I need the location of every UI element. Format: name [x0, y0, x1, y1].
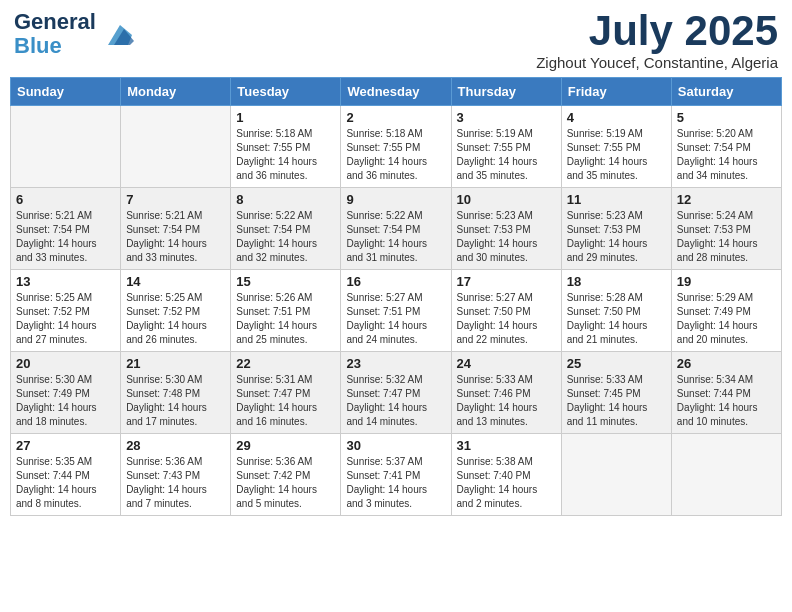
sunrise-text: Sunrise: 5:34 AM	[677, 373, 776, 387]
day-detail: Sunrise: 5:24 AMSunset: 7:53 PMDaylight:…	[677, 209, 776, 265]
sunrise-text: Sunrise: 5:36 AM	[236, 455, 335, 469]
sunrise-text: Sunrise: 5:18 AM	[236, 127, 335, 141]
day-number: 18	[567, 274, 666, 289]
weekday-header-sunday: Sunday	[11, 78, 121, 106]
day-detail: Sunrise: 5:25 AMSunset: 7:52 PMDaylight:…	[16, 291, 115, 347]
sunset-text: Sunset: 7:55 PM	[567, 141, 666, 155]
day-detail: Sunrise: 5:32 AMSunset: 7:47 PMDaylight:…	[346, 373, 445, 429]
daylight-text: Daylight: 14 hours and 7 minutes.	[126, 483, 225, 511]
calendar-cell: 3Sunrise: 5:19 AMSunset: 7:55 PMDaylight…	[451, 106, 561, 188]
day-number: 2	[346, 110, 445, 125]
weekday-header-wednesday: Wednesday	[341, 78, 451, 106]
day-detail: Sunrise: 5:38 AMSunset: 7:40 PMDaylight:…	[457, 455, 556, 511]
day-number: 8	[236, 192, 335, 207]
sunrise-text: Sunrise: 5:35 AM	[16, 455, 115, 469]
day-number: 10	[457, 192, 556, 207]
page-header: General Blue July 2025 Zighout Youcef, C…	[10, 10, 782, 71]
sunset-text: Sunset: 7:41 PM	[346, 469, 445, 483]
sunset-text: Sunset: 7:51 PM	[346, 305, 445, 319]
daylight-text: Daylight: 14 hours and 14 minutes.	[346, 401, 445, 429]
daylight-text: Daylight: 14 hours and 27 minutes.	[16, 319, 115, 347]
day-number: 16	[346, 274, 445, 289]
sunrise-text: Sunrise: 5:18 AM	[346, 127, 445, 141]
daylight-text: Daylight: 14 hours and 25 minutes.	[236, 319, 335, 347]
sunset-text: Sunset: 7:47 PM	[236, 387, 335, 401]
day-detail: Sunrise: 5:29 AMSunset: 7:49 PMDaylight:…	[677, 291, 776, 347]
sunrise-text: Sunrise: 5:30 AM	[126, 373, 225, 387]
sunset-text: Sunset: 7:47 PM	[346, 387, 445, 401]
calendar-cell: 1Sunrise: 5:18 AMSunset: 7:55 PMDaylight…	[231, 106, 341, 188]
day-number: 19	[677, 274, 776, 289]
calendar-cell: 18Sunrise: 5:28 AMSunset: 7:50 PMDayligh…	[561, 270, 671, 352]
sunset-text: Sunset: 7:53 PM	[457, 223, 556, 237]
daylight-text: Daylight: 14 hours and 29 minutes.	[567, 237, 666, 265]
sunset-text: Sunset: 7:55 PM	[346, 141, 445, 155]
day-detail: Sunrise: 5:37 AMSunset: 7:41 PMDaylight:…	[346, 455, 445, 511]
day-detail: Sunrise: 5:22 AMSunset: 7:54 PMDaylight:…	[236, 209, 335, 265]
logo: General Blue	[14, 10, 136, 58]
day-number: 1	[236, 110, 335, 125]
sunrise-text: Sunrise: 5:31 AM	[236, 373, 335, 387]
sunset-text: Sunset: 7:43 PM	[126, 469, 225, 483]
daylight-text: Daylight: 14 hours and 10 minutes.	[677, 401, 776, 429]
day-number: 24	[457, 356, 556, 371]
logo-general: General	[14, 10, 96, 34]
daylight-text: Daylight: 14 hours and 3 minutes.	[346, 483, 445, 511]
day-detail: Sunrise: 5:19 AMSunset: 7:55 PMDaylight:…	[457, 127, 556, 183]
day-number: 29	[236, 438, 335, 453]
calendar-cell: 20Sunrise: 5:30 AMSunset: 7:49 PMDayligh…	[11, 352, 121, 434]
daylight-text: Daylight: 14 hours and 20 minutes.	[677, 319, 776, 347]
sunrise-text: Sunrise: 5:36 AM	[126, 455, 225, 469]
sunset-text: Sunset: 7:46 PM	[457, 387, 556, 401]
calendar-cell: 23Sunrise: 5:32 AMSunset: 7:47 PMDayligh…	[341, 352, 451, 434]
daylight-text: Daylight: 14 hours and 5 minutes.	[236, 483, 335, 511]
daylight-text: Daylight: 14 hours and 26 minutes.	[126, 319, 225, 347]
day-detail: Sunrise: 5:22 AMSunset: 7:54 PMDaylight:…	[346, 209, 445, 265]
calendar-cell: 26Sunrise: 5:34 AMSunset: 7:44 PMDayligh…	[671, 352, 781, 434]
calendar-cell: 5Sunrise: 5:20 AMSunset: 7:54 PMDaylight…	[671, 106, 781, 188]
calendar-cell: 4Sunrise: 5:19 AMSunset: 7:55 PMDaylight…	[561, 106, 671, 188]
calendar-week-row: 20Sunrise: 5:30 AMSunset: 7:49 PMDayligh…	[11, 352, 782, 434]
sunset-text: Sunset: 7:44 PM	[16, 469, 115, 483]
sunrise-text: Sunrise: 5:32 AM	[346, 373, 445, 387]
day-detail: Sunrise: 5:27 AMSunset: 7:50 PMDaylight:…	[457, 291, 556, 347]
sunrise-text: Sunrise: 5:26 AM	[236, 291, 335, 305]
title-area: July 2025 Zighout Youcef, Constantine, A…	[536, 10, 778, 71]
sunrise-text: Sunrise: 5:23 AM	[457, 209, 556, 223]
daylight-text: Daylight: 14 hours and 21 minutes.	[567, 319, 666, 347]
calendar-cell	[11, 106, 121, 188]
day-detail: Sunrise: 5:33 AMSunset: 7:45 PMDaylight:…	[567, 373, 666, 429]
sunrise-text: Sunrise: 5:33 AM	[567, 373, 666, 387]
day-number: 27	[16, 438, 115, 453]
month-title: July 2025	[536, 10, 778, 52]
sunset-text: Sunset: 7:54 PM	[16, 223, 115, 237]
day-number: 23	[346, 356, 445, 371]
calendar-cell: 16Sunrise: 5:27 AMSunset: 7:51 PMDayligh…	[341, 270, 451, 352]
weekday-header-monday: Monday	[121, 78, 231, 106]
sunrise-text: Sunrise: 5:25 AM	[16, 291, 115, 305]
sunrise-text: Sunrise: 5:27 AM	[457, 291, 556, 305]
sunset-text: Sunset: 7:55 PM	[236, 141, 335, 155]
day-detail: Sunrise: 5:18 AMSunset: 7:55 PMDaylight:…	[236, 127, 335, 183]
sunrise-text: Sunrise: 5:19 AM	[567, 127, 666, 141]
daylight-text: Daylight: 14 hours and 8 minutes.	[16, 483, 115, 511]
calendar-cell: 28Sunrise: 5:36 AMSunset: 7:43 PMDayligh…	[121, 434, 231, 516]
day-detail: Sunrise: 5:31 AMSunset: 7:47 PMDaylight:…	[236, 373, 335, 429]
sunrise-text: Sunrise: 5:22 AM	[236, 209, 335, 223]
day-detail: Sunrise: 5:27 AMSunset: 7:51 PMDaylight:…	[346, 291, 445, 347]
day-detail: Sunrise: 5:20 AMSunset: 7:54 PMDaylight:…	[677, 127, 776, 183]
sunset-text: Sunset: 7:54 PM	[126, 223, 225, 237]
day-detail: Sunrise: 5:23 AMSunset: 7:53 PMDaylight:…	[457, 209, 556, 265]
calendar-cell: 8Sunrise: 5:22 AMSunset: 7:54 PMDaylight…	[231, 188, 341, 270]
daylight-text: Daylight: 14 hours and 33 minutes.	[16, 237, 115, 265]
calendar-week-row: 27Sunrise: 5:35 AMSunset: 7:44 PMDayligh…	[11, 434, 782, 516]
daylight-text: Daylight: 14 hours and 2 minutes.	[457, 483, 556, 511]
weekday-header-tuesday: Tuesday	[231, 78, 341, 106]
daylight-text: Daylight: 14 hours and 32 minutes.	[236, 237, 335, 265]
sunset-text: Sunset: 7:48 PM	[126, 387, 225, 401]
calendar-cell: 17Sunrise: 5:27 AMSunset: 7:50 PMDayligh…	[451, 270, 561, 352]
location-subtitle: Zighout Youcef, Constantine, Algeria	[536, 54, 778, 71]
day-number: 5	[677, 110, 776, 125]
daylight-text: Daylight: 14 hours and 22 minutes.	[457, 319, 556, 347]
daylight-text: Daylight: 14 hours and 24 minutes.	[346, 319, 445, 347]
